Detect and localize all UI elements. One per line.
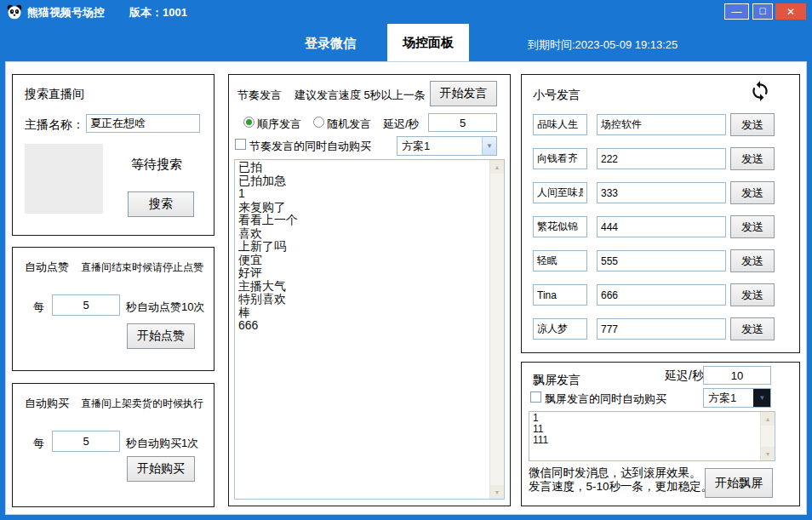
float-plan-chevron-down-icon[interactable]: ▼ [753, 389, 770, 407]
alt-account-title: 小号发言 [533, 88, 580, 103]
search-live-room-panel: 搜索直播间 主播名称： 等待搜索 搜索 [12, 74, 214, 236]
account-name-input[interactable] [533, 216, 587, 237]
rhythm-auto-buy-label: 节奏发言的同时自动购买 [249, 139, 371, 154]
float-hint-line2: 发言速度，5-10秒一条，更加稳定。 [529, 479, 712, 494]
maximize-button[interactable]: ☐ [752, 3, 773, 20]
float-auto-buy-checkbox[interactable] [530, 391, 541, 403]
alt-account-row: 发送 [522, 284, 799, 306]
app-window: { "window": { "title": "熊猫视频号场控", "versi… [0, 0, 812, 520]
send-button[interactable]: 发送 [730, 147, 775, 170]
account-message-input[interactable] [597, 216, 726, 237]
send-button[interactable]: 发送 [730, 215, 775, 238]
float-plan-select[interactable]: 方案1 ▼ [703, 388, 771, 408]
rhythm-scrollbar[interactable]: ▲ ▼ [489, 160, 504, 499]
float-delay-label: 延迟/秒 [665, 369, 704, 384]
auto-buy-suffix: 秒自动购买1次 [126, 436, 198, 451]
alt-account-row: 发送 [522, 182, 799, 204]
auto-buy-prefix: 每 [33, 436, 44, 451]
float-auto-buy-label: 飘屏发言的同时自动购买 [545, 391, 666, 407]
tab-control-panel[interactable]: 场控面板 [387, 24, 469, 61]
alt-account-panel: 小号发言 发送 发送 发送 发送 发送 发送 发送 [521, 74, 800, 353]
anchor-name-input[interactable] [86, 114, 200, 133]
tab-login-wechat[interactable]: 登录微信 [281, 32, 380, 54]
float-message-box[interactable]: 1 11 111 ▲ ▼ [529, 411, 775, 461]
rhythm-title: 节奏发言 [237, 88, 282, 103]
panda-logo-icon [6, 3, 23, 20]
rhythm-plan-chevron-down-icon[interactable]: ▼ [482, 137, 496, 155]
search-panel-title: 搜索直播间 [25, 87, 84, 102]
rhythm-delay-input[interactable] [428, 113, 497, 132]
rhythm-messages-text: 已拍 已拍加急 1 来复购了 看看上一个 喜欢 上新了吗 便宜 好评 主播大气 … [238, 161, 487, 498]
account-name-input[interactable] [533, 182, 587, 203]
alt-account-row: 发送 [522, 114, 799, 136]
account-message-input[interactable] [597, 284, 726, 306]
auto-buy-panel: 自动购买 直播间上架卖货的时候执行 每 秒自动购买1次 开始购买 [12, 383, 214, 507]
auto-like-suffix: 秒自动点赞10次 [126, 300, 204, 315]
send-button[interactable]: 发送 [730, 113, 775, 136]
random-speech-label: 随机发言 [327, 117, 371, 132]
sequential-speech-label: 顺序发言 [257, 117, 301, 132]
send-button[interactable]: 发送 [730, 181, 775, 204]
account-message-input[interactable] [597, 148, 726, 169]
start-buy-button[interactable]: 开始购买 [127, 456, 195, 482]
auto-like-interval-input[interactable] [52, 294, 120, 316]
auto-like-hint: 直播间结束时候请停止点赞 [81, 260, 203, 275]
app-title: 熊猫视频号场控 [27, 5, 105, 20]
float-plan-value: 方案1 [708, 391, 736, 406]
float-scrollbar[interactable]: ▲ ▼ [760, 412, 775, 460]
live-room-thumbnail [25, 144, 103, 214]
send-button[interactable]: 发送 [730, 283, 775, 306]
auto-like-prefix: 每 [33, 300, 44, 315]
alt-account-row: 发送 [522, 250, 799, 272]
rhythm-message-box[interactable]: 已拍 已拍加急 1 来复购了 看看上一个 喜欢 上新了吗 便宜 好评 主播大气 … [234, 159, 505, 500]
close-button[interactable]: ✕ [775, 3, 806, 20]
send-button[interactable]: 发送 [730, 249, 775, 272]
scroll-up-icon[interactable]: ▲ [761, 412, 775, 426]
titlebar: 熊猫视频号场控 版本：1001 — ☐ ✕ [0, 0, 812, 24]
scroll-down-icon[interactable]: ▼ [761, 447, 775, 460]
start-speech-button[interactable]: 开始发言 [430, 81, 497, 106]
account-name-input[interactable] [533, 114, 587, 135]
search-button[interactable]: 搜索 [128, 191, 194, 217]
account-message-input[interactable] [597, 318, 726, 340]
start-like-button[interactable]: 开始点赞 [127, 323, 195, 349]
rhythm-delay-label: 延迟/秒 [383, 117, 420, 132]
auto-buy-hint: 直播间上架卖货的时候执行 [81, 397, 203, 411]
auto-like-title: 自动点赞 [25, 260, 69, 275]
rhythm-auto-buy-checkbox[interactable] [235, 139, 246, 150]
account-message-input[interactable] [597, 250, 726, 271]
alt-account-row: 发送 [522, 318, 799, 340]
account-name-input[interactable] [533, 148, 587, 169]
scroll-up-icon[interactable]: ▲ [490, 160, 504, 174]
account-message-input[interactable] [597, 114, 726, 135]
rhythm-speech-panel: 节奏发言 建议发言速度 5秒以上一条 开始发言 顺序发言 随机发言 延迟/秒 节… [228, 74, 511, 506]
sequential-speech-radio[interactable] [243, 117, 254, 128]
random-speech-radio[interactable] [313, 117, 324, 128]
refresh-icon[interactable] [749, 80, 771, 102]
expiry-time-label: 到期时间:2023-05-09 19:13:25 [528, 37, 678, 53]
rhythm-plan-select[interactable]: 方案1 ▼ [397, 136, 497, 156]
send-button[interactable]: 发送 [730, 317, 775, 340]
auto-buy-title: 自动购买 [25, 396, 69, 411]
float-title: 飘屏发言 [533, 373, 580, 388]
float-speech-panel: 飘屏发言 延迟/秒 飘屏发言的同时自动购买 方案1 ▼ 1 11 111 ▲ ▼… [521, 362, 800, 506]
float-messages-text: 1 11 111 [533, 413, 758, 460]
account-message-input[interactable] [597, 182, 726, 203]
float-delay-input[interactable] [703, 366, 771, 385]
account-name-input[interactable] [533, 284, 587, 306]
rhythm-hint: 建议发言速度 5秒以上一条 [294, 88, 426, 103]
auto-buy-interval-input[interactable] [52, 431, 120, 452]
scroll-down-icon[interactable]: ▼ [490, 485, 504, 499]
auto-like-panel: 自动点赞 直播间结束时候请停止点赞 每 秒自动点赞10次 开始点赞 [12, 247, 214, 371]
alt-account-rows: 发送 发送 发送 发送 发送 发送 发送 [522, 114, 799, 352]
start-float-button[interactable]: 开始飘屏 [705, 468, 773, 498]
app-version: 版本：1001 [129, 5, 187, 20]
search-status-label: 等待搜索 [131, 157, 182, 173]
anchor-name-label: 主播名称： [25, 117, 84, 133]
minimize-button[interactable]: — [724, 3, 749, 20]
rhythm-plan-value: 方案1 [402, 139, 430, 154]
account-name-input[interactable] [533, 250, 587, 271]
alt-account-row: 发送 [522, 148, 799, 170]
alt-account-row: 发送 [522, 216, 799, 238]
account-name-input[interactable] [533, 318, 587, 340]
